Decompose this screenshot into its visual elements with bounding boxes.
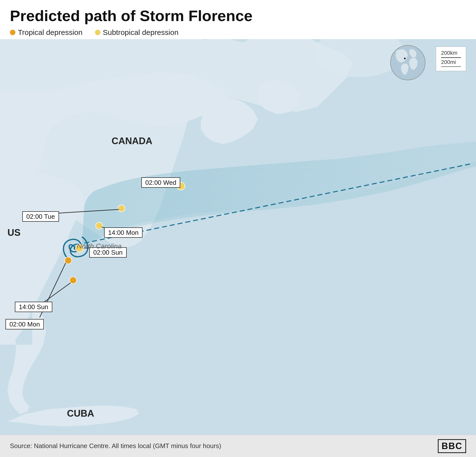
- footer-source-text: Source: National Hurricane Centre. All t…: [10, 442, 221, 450]
- scale-mi: 200mi: [441, 59, 461, 65]
- svg-point-5: [65, 257, 72, 264]
- label-14-mon: 14:00 Mon: [104, 227, 143, 238]
- svg-point-4: [70, 277, 77, 284]
- footer: Source: National Hurricane Centre. All t…: [0, 435, 476, 457]
- label-02-mon: 02:00 Mon: [5, 319, 44, 329]
- globe-inset: [389, 44, 426, 81]
- map-area: 14:00 Sun 02:00 Mon 02:00 Sun 14:00 Mon …: [0, 39, 476, 435]
- legend-tropical: Tropical depression: [10, 28, 83, 37]
- svg-point-17: [404, 57, 406, 59]
- main-container: Predicted path of Storm Florence Tropica…: [0, 0, 476, 457]
- svg-point-8: [118, 205, 125, 212]
- label-14-sun: 14:00 Sun: [15, 302, 52, 312]
- scale-line-km: [441, 57, 461, 58]
- tropical-dot-icon: [10, 30, 15, 35]
- bbc-logo: BBC: [438, 439, 466, 453]
- label-02-tue: 02:00 Tue: [22, 211, 59, 222]
- label-02-wed: 02:00 Wed: [141, 177, 180, 188]
- subtropical-label: Subtropical depression: [103, 28, 178, 37]
- scale-km: 200km: [441, 50, 461, 56]
- scale-line-mi: [441, 66, 461, 67]
- map-svg: [0, 39, 476, 435]
- page-title: Predicted path of Storm Florence: [10, 7, 466, 24]
- north-carolina-label: North Carolina: [77, 242, 122, 250]
- tropical-label: Tropical depression: [18, 28, 83, 37]
- cuba-label: CUBA: [67, 408, 94, 419]
- us-label: US: [7, 227, 21, 238]
- scale-box: 200km 200mi: [436, 47, 466, 71]
- legend-subtropical: Subtropical depression: [95, 28, 178, 37]
- subtropical-dot-icon: [95, 30, 100, 35]
- legend: Tropical depression Subtropical depressi…: [10, 28, 466, 37]
- svg-point-7: [96, 222, 103, 229]
- header: Predicted path of Storm Florence Tropica…: [0, 0, 476, 39]
- canada-label: CANADA: [112, 136, 152, 146]
